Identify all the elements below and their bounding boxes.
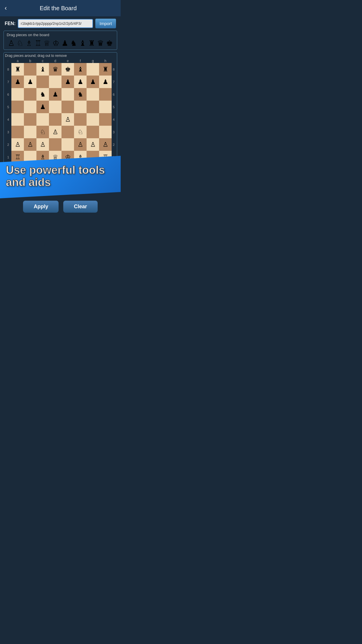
cell-5-6[interactable] xyxy=(87,126,99,138)
cell-1-4[interactable]: ♟ xyxy=(61,76,74,88)
col-labels: a b c d e f g h xyxy=(11,59,112,63)
cell-3-6[interactable] xyxy=(87,101,99,113)
cell-0-0[interactable]: ♜ xyxy=(11,63,24,76)
promo-text: Use powerful tools and aids xyxy=(6,164,115,189)
cell-4-5[interactable] xyxy=(74,113,87,126)
black-queen[interactable]: ♛ xyxy=(97,39,104,48)
chess-board[interactable]: ♜♝♛♚♝♜♟♟♟♟♟♟♞♟♞♟♙♘♙♘♙♙♙♙♙♙♖♗♕♔♗♖ xyxy=(11,63,112,163)
cell-2-7[interactable] xyxy=(99,88,112,101)
cell-6-6[interactable]: ♙ xyxy=(87,138,99,151)
fen-label: FEN: xyxy=(5,21,15,26)
white-rook[interactable]: ♖ xyxy=(35,39,41,48)
cell-4-4[interactable]: ♙ xyxy=(61,113,74,126)
cell-4-7[interactable] xyxy=(99,113,112,126)
cell-0-7[interactable]: ♜ xyxy=(99,63,112,76)
cell-2-0[interactable] xyxy=(11,88,24,101)
cell-2-4[interactable] xyxy=(61,88,74,101)
board-section: Drag pieces around; drag out to remove a… xyxy=(3,52,117,165)
fen-input[interactable] xyxy=(18,19,93,28)
cell-3-1[interactable] xyxy=(24,101,36,113)
cell-5-0[interactable] xyxy=(11,126,24,138)
apply-button[interactable]: Apply xyxy=(23,201,59,213)
cell-5-4[interactable] xyxy=(61,126,74,138)
row-labels-right: 8 7 6 5 4 3 2 1 xyxy=(112,63,116,163)
cell-0-2[interactable]: ♝ xyxy=(36,63,49,76)
cell-6-0[interactable]: ♙ xyxy=(11,138,24,151)
cell-0-1[interactable] xyxy=(24,63,36,76)
cell-4-2[interactable] xyxy=(36,113,49,126)
cell-3-7[interactable] xyxy=(99,101,112,113)
pieces-row: ♙ ♘ ♗ ♖ ♕ ♔ ♟ ♞ ♝ ♜ ♛ ♚ xyxy=(7,39,114,48)
cell-1-1[interactable]: ♟ xyxy=(24,76,36,88)
col-a: a xyxy=(11,59,24,63)
cell-0-6[interactable] xyxy=(87,63,99,76)
white-knight[interactable]: ♘ xyxy=(17,39,23,48)
cell-5-2[interactable]: ♘ xyxy=(36,126,49,138)
row-labels-left: 8 7 6 5 4 3 2 1 xyxy=(5,63,11,163)
fen-row: FEN: Import xyxy=(0,16,121,31)
cell-6-4[interactable] xyxy=(61,138,74,151)
cell-0-5[interactable]: ♝ xyxy=(74,63,87,76)
black-rook[interactable]: ♜ xyxy=(88,39,95,48)
bottom-bar: Apply Clear xyxy=(0,198,121,215)
drag-section-label: Drag pieces on the board xyxy=(7,33,114,37)
col-b: b xyxy=(24,59,36,63)
cell-3-2[interactable]: ♟ xyxy=(36,101,49,113)
cell-1-2[interactable] xyxy=(36,76,49,88)
cell-6-1[interactable]: ♙ xyxy=(24,138,36,151)
white-king[interactable]: ♔ xyxy=(52,39,59,48)
cell-6-2[interactable]: ♙ xyxy=(36,138,49,151)
header: ‹ Edit the Board xyxy=(0,0,121,16)
cell-3-5[interactable] xyxy=(74,101,87,113)
cell-2-1[interactable] xyxy=(24,88,36,101)
cell-3-4[interactable] xyxy=(61,101,74,113)
col-f: f xyxy=(74,59,87,63)
cell-5-3[interactable]: ♙ xyxy=(49,126,61,138)
cell-2-5[interactable]: ♞ xyxy=(74,88,87,101)
drag-pieces-section: Drag pieces on the board ♙ ♘ ♗ ♖ ♕ ♔ ♟ ♞… xyxy=(3,31,117,50)
cell-5-5[interactable]: ♘ xyxy=(74,126,87,138)
white-pawn[interactable]: ♙ xyxy=(8,39,15,48)
cell-6-5[interactable]: ♙ xyxy=(74,138,87,151)
white-bishop[interactable]: ♗ xyxy=(26,39,32,48)
cell-6-7[interactable]: ♙ xyxy=(99,138,112,151)
cell-0-4[interactable]: ♚ xyxy=(61,63,74,76)
cell-2-2[interactable]: ♞ xyxy=(36,88,49,101)
cell-5-1[interactable] xyxy=(24,126,36,138)
cell-2-6[interactable] xyxy=(87,88,99,101)
cell-1-5[interactable]: ♟ xyxy=(74,76,87,88)
cell-3-3[interactable] xyxy=(49,101,61,113)
black-king[interactable]: ♚ xyxy=(106,39,113,48)
board-wrapper: a b c d e f g h 8 7 6 5 4 3 2 1 ♜♝♛♚♝♜♟♟… xyxy=(5,59,116,163)
cell-4-3[interactable] xyxy=(49,113,61,126)
back-button[interactable]: ‹ xyxy=(5,4,7,12)
col-c: c xyxy=(36,59,49,63)
cell-3-0[interactable] xyxy=(11,101,24,113)
black-knight[interactable]: ♞ xyxy=(70,39,77,48)
cell-1-3[interactable] xyxy=(49,76,61,88)
cell-4-0[interactable] xyxy=(11,113,24,126)
board-rows: 8 7 6 5 4 3 2 1 ♜♝♛♚♝♜♟♟♟♟♟♟♞♟♞♟♙♘♙♘♙♙♙♙… xyxy=(5,63,116,163)
cell-4-6[interactable] xyxy=(87,113,99,126)
cell-5-7[interactable] xyxy=(99,126,112,138)
black-pawn[interactable]: ♟ xyxy=(61,39,68,48)
col-d: d xyxy=(49,59,61,63)
cell-2-3[interactable]: ♟ xyxy=(49,88,61,101)
white-queen[interactable]: ♕ xyxy=(43,39,50,48)
cell-1-0[interactable]: ♟ xyxy=(11,76,24,88)
cell-1-7[interactable]: ♟ xyxy=(99,76,112,88)
cell-1-6[interactable]: ♟ xyxy=(87,76,99,88)
import-button[interactable]: Import xyxy=(95,19,116,28)
cell-4-1[interactable] xyxy=(24,113,36,126)
promo-banner: Use powerful tools and aids xyxy=(0,156,121,198)
col-g: g xyxy=(87,59,99,63)
clear-button[interactable]: Clear xyxy=(63,201,97,213)
cell-6-3[interactable] xyxy=(49,138,61,151)
board-section-label: Drag pieces around; drag out to remove xyxy=(5,54,116,58)
page-title: Edit the Board xyxy=(10,5,107,12)
cell-0-3[interactable]: ♛ xyxy=(49,63,61,76)
col-h: h xyxy=(99,59,112,63)
col-e: e xyxy=(61,59,74,63)
black-bishop[interactable]: ♝ xyxy=(79,39,86,48)
